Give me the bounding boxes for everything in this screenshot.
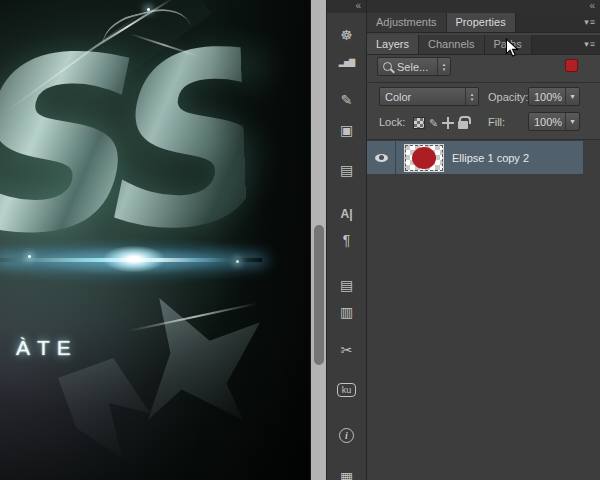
opacity-value: 100% [529,91,565,103]
navigator-panel-icon[interactable]: ☸ [327,23,366,47]
layers-list[interactable]: Ellipse 1 copy 2 [367,140,600,480]
kuler-panel-icon[interactable]: ku [327,378,366,402]
layers-panel-body: Sele... ▴ ▾ Color ▴ ▾ Opacity: 100% ▾ [367,55,600,480]
panel-menu-icon[interactable]: ▾≡ [584,17,596,27]
layer-comps-panel-icon[interactable]: ▤ [327,158,366,182]
dropdown-stepper-icon: ▴ ▾ [437,58,450,75]
filter-pick-icon [383,62,392,71]
eye-icon [375,154,388,162]
lock-buttons: ✎ [413,113,485,132]
panel-menu-icon[interactable]: ▾≡ [584,39,596,49]
kuler-badge: ku [337,383,356,397]
fill-label: Fill: [488,116,505,128]
layer-name: Ellipse 1 copy 2 [452,152,529,164]
tools-panel-icon[interactable]: ✂ [327,338,366,362]
info-panel-icon[interactable]: i [327,423,366,447]
opacity-dropdown[interactable]: 100% ▾ [528,87,580,106]
chevron-down-icon: ▾ [565,113,579,130]
blend-mode-dropdown[interactable]: Color ▴ ▾ [379,87,479,106]
tab-adjustments[interactable]: Adjustments [367,13,447,32]
lock-image-pixels-icon[interactable]: ✎ [429,117,438,129]
dropdown-stepper-icon: ▴ ▾ [465,88,478,105]
tab-layers[interactable]: Layers [367,35,419,54]
layer-thumbnail[interactable] [404,144,444,172]
artwork-vignette [0,0,310,480]
layer-filtering-toggle[interactable] [565,59,578,72]
clone-source-panel-icon[interactable]: ▣ [327,118,366,142]
layer-filter-kind-dropdown[interactable]: Sele... ▴ ▾ [377,57,451,76]
artwork-caption-text: ÀTE [16,336,78,360]
filter-kind-value: Sele... [392,61,437,73]
red-ellipse-thumbnail [412,147,436,169]
fill-value: 100% [529,116,565,128]
histogram-panel-icon[interactable]: ▂▅▇ [327,50,366,74]
lock-transparent-pixels-icon[interactable] [413,117,425,129]
panel-icon-dock: « ☸ ▂▅▇ ✎ ▣ ▤ A| ¶ ▤ ▥ ✂ ku i ▦ [326,0,366,480]
scrollbar-thumb[interactable] [314,225,324,365]
notes-panel-icon[interactable]: ▤ [327,273,366,297]
collapse-dock-icon[interactable]: « [327,0,366,13]
canvas-vertical-scrollbar[interactable] [310,0,326,480]
lock-position-icon[interactable] [442,117,454,129]
brush-panel-icon[interactable]: ✎ [327,88,366,112]
layers-tab-bar: Layers Channels Paths ▾≡ [367,35,600,55]
character-panel-icon[interactable]: A| [327,202,366,226]
paragraph-panel-icon[interactable]: ¶ [327,228,366,252]
tab-properties[interactable]: Properties [447,13,516,32]
blend-mode-value: Color [380,91,465,103]
mouse-cursor [505,38,519,58]
collapse-panel-icon[interactable]: « [367,0,600,13]
chevron-down-icon: ▾ [565,88,579,105]
opacity-label: Opacity: [488,91,528,103]
visibility-cell[interactable] [367,141,396,174]
photoshop-window: SS ÀTE « ☸ ▂▅▇ ✎ ▣ ▤ A| ¶ ▤ ▥ ✂ ku i ▦ [0,0,600,480]
tab-channels[interactable]: Channels [419,35,484,54]
fill-dropdown[interactable]: 100% ▾ [528,112,580,131]
layer-row-selected[interactable]: Ellipse 1 copy 2 [367,141,583,174]
document-canvas[interactable]: SS ÀTE [0,0,310,480]
divider [367,82,600,83]
swatches-panel-icon[interactable]: ▦ [327,465,366,480]
right-panel-group: « Adjustments Properties ▾≡ Layers Chann… [366,0,600,480]
lock-label: Lock: [379,116,405,128]
info-badge: i [339,428,354,443]
lock-all-icon[interactable] [458,121,468,129]
properties-tab-bar: Adjustments Properties ▾≡ [367,13,600,33]
tool-presets-panel-icon[interactable]: ▥ [327,300,366,324]
